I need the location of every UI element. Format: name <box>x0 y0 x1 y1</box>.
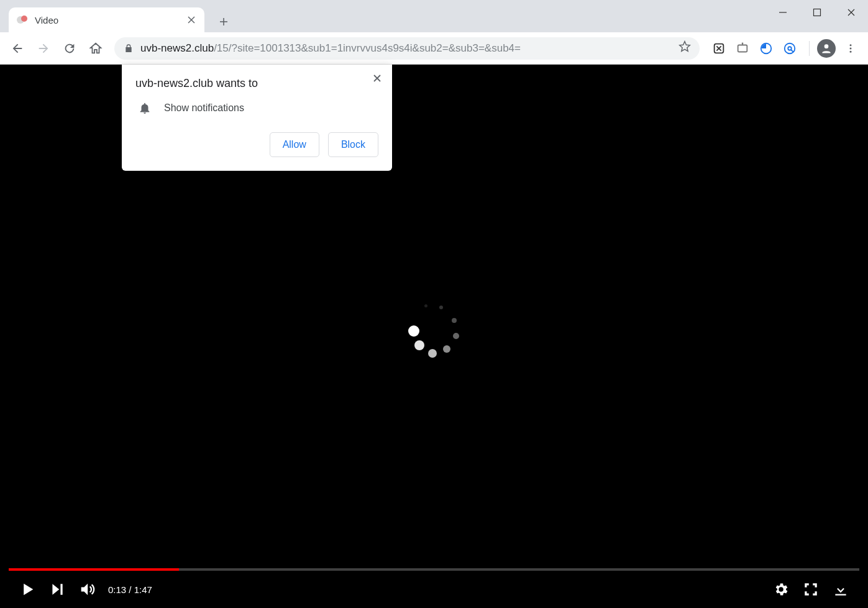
svg-rect-11 <box>738 45 747 52</box>
tab-title: Video <box>35 15 180 25</box>
close-icon <box>373 74 381 83</box>
maximize-icon <box>813 8 821 17</box>
toolbar-divider <box>809 41 810 56</box>
extension-2-icon[interactable] <box>734 40 751 57</box>
gear-icon <box>773 581 789 597</box>
person-icon <box>820 42 833 55</box>
svg-line-17 <box>791 49 793 52</box>
allow-button[interactable]: Allow <box>270 132 319 157</box>
next-icon <box>49 581 65 597</box>
svg-point-18 <box>825 44 829 48</box>
close-icon <box>847 8 856 17</box>
loading-spinner-icon <box>403 299 465 361</box>
fullscreen-icon <box>803 581 819 597</box>
svg-point-19 <box>850 44 852 46</box>
extension-4-icon[interactable] <box>782 40 798 57</box>
popup-permission-row: Show notifications <box>135 101 378 115</box>
profile-button[interactable] <box>817 39 836 58</box>
back-button[interactable] <box>6 37 29 60</box>
tab-close-button[interactable] <box>186 14 197 25</box>
star-icon <box>678 40 691 53</box>
arrow-left-icon <box>11 42 24 55</box>
popup-permission-label: Show notifications <box>164 102 244 114</box>
minimize-icon <box>779 8 787 17</box>
svg-point-13 <box>742 42 744 44</box>
tab-favicon-icon <box>16 14 29 26</box>
fullscreen-button[interactable] <box>796 574 826 604</box>
next-button[interactable] <box>42 574 72 604</box>
url-text: uvb-news2.club/15/?site=1001313&sub1=1in… <box>140 42 672 55</box>
popup-heading: uvb-news2.club wants to <box>135 77 378 90</box>
video-time: 0:13 / 1:47 <box>108 584 152 595</box>
tab-strip: Video <box>0 0 868 32</box>
window-minimize-button[interactable] <box>765 0 800 25</box>
video-time-total: 1:47 <box>134 584 152 595</box>
address-bar[interactable]: uvb-news2.club/15/?site=1001313&sub1=1in… <box>114 37 700 60</box>
close-icon <box>188 16 195 24</box>
bookmark-button[interactable] <box>678 40 691 56</box>
video-controls: 0:13 / 1:47 <box>0 571 868 608</box>
url-host: uvb-news2.club <box>140 42 214 54</box>
window-maximize-button[interactable] <box>800 0 834 25</box>
popup-close-button[interactable] <box>371 72 383 84</box>
url-path: /15/?site=1001313&sub1=1invrvvus4s9s4i&s… <box>214 42 521 54</box>
svg-rect-1 <box>813 9 820 16</box>
volume-icon <box>78 581 96 598</box>
reload-button[interactable] <box>58 37 81 60</box>
new-tab-button[interactable] <box>213 11 234 32</box>
extension-1-icon[interactable] <box>711 40 727 57</box>
browser-menu-button[interactable] <box>839 37 862 60</box>
plus-icon <box>219 17 229 27</box>
download-icon <box>833 581 849 597</box>
settings-button[interactable] <box>766 574 796 604</box>
window-close-button[interactable] <box>834 0 868 25</box>
svg-point-5 <box>21 16 27 22</box>
extension-3-icon[interactable] <box>758 40 774 57</box>
play-button[interactable] <box>12 574 42 604</box>
lock-icon[interactable] <box>123 43 134 54</box>
home-icon <box>89 42 103 55</box>
arrow-right-icon <box>37 42 50 55</box>
video-time-current: 0:13 <box>108 584 126 595</box>
home-button[interactable] <box>85 37 107 60</box>
svg-point-20 <box>850 47 852 49</box>
block-button[interactable]: Block <box>328 132 378 157</box>
notification-permission-popup: uvb-news2.club wants to Show notificatio… <box>122 65 392 171</box>
forward-button[interactable] <box>32 37 55 60</box>
svg-point-21 <box>850 50 852 52</box>
download-button[interactable] <box>826 574 856 604</box>
reload-icon <box>63 42 76 55</box>
browser-tab[interactable]: Video <box>9 7 204 32</box>
browser-toolbar: uvb-news2.club/15/?site=1001313&sub1=1in… <box>0 32 868 65</box>
video-time-sep: / <box>126 584 134 595</box>
svg-point-15 <box>785 43 795 53</box>
kebab-icon <box>845 43 856 54</box>
bell-icon <box>138 101 152 115</box>
play-icon <box>19 581 36 598</box>
volume-button[interactable] <box>72 574 102 604</box>
extension-icons <box>707 40 802 57</box>
